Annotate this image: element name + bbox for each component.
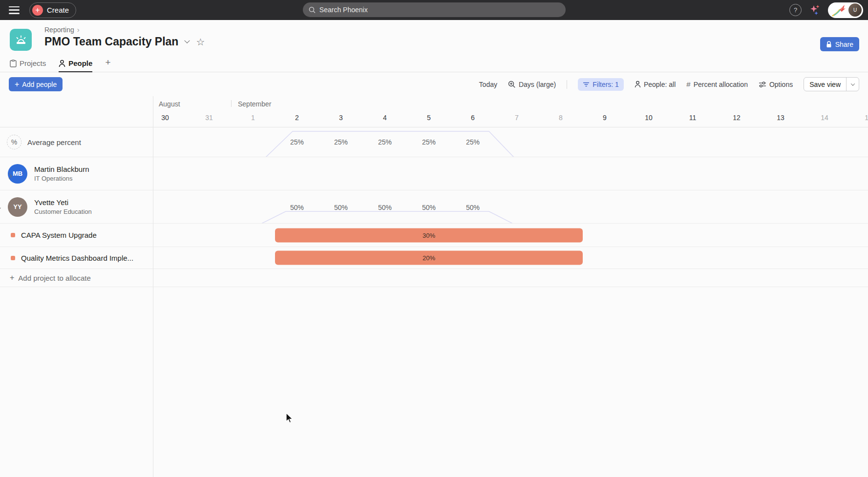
create-button[interactable]: Create <box>29 2 76 18</box>
day-header: 15 <box>865 114 868 122</box>
mouse-cursor <box>286 413 296 424</box>
sliders-icon <box>759 81 766 88</box>
day-header: 8 <box>559 114 563 122</box>
project-name: CAPA System Upgrade <box>21 231 97 239</box>
toolbar: Add people Today Days (large) Filters: 1… <box>0 72 868 96</box>
people-filter-button[interactable]: People: all <box>635 81 676 88</box>
person-timeline[interactable]: 50%50%50%50%50% <box>153 190 868 223</box>
favorite-star-icon[interactable] <box>196 36 205 48</box>
add-project-row: Add project to allocate <box>0 269 868 287</box>
capacity-timeline: 3031123456789101112131415AugustSeptember… <box>0 96 868 477</box>
percent-value: 25% <box>422 138 436 146</box>
tab-projects-label: Projects <box>20 59 46 67</box>
today-button[interactable]: Today <box>479 81 497 88</box>
day-header: 30 <box>161 114 169 122</box>
share-button-label: Share <box>835 41 853 48</box>
search-bar[interactable] <box>303 2 566 17</box>
plus-icon <box>10 273 14 282</box>
save-view-button[interactable]: Save view <box>804 78 846 91</box>
month-label: August <box>159 100 180 108</box>
help-icon[interactable] <box>789 4 802 16</box>
sparkles-ai-icon[interactable] <box>808 4 821 17</box>
page-title: PMO Team Capacity Plan <box>44 35 178 48</box>
day-header: 9 <box>603 114 607 122</box>
allocation-bar[interactable]: 30% <box>275 228 583 242</box>
average-percent-label: Average percent <box>27 138 81 146</box>
percent-value: 50% <box>334 204 348 211</box>
day-header: 14 <box>821 114 828 122</box>
breadcrumb-reporting[interactable]: Reporting <box>44 26 74 34</box>
day-header: 5 <box>427 114 431 122</box>
project-color-bullet-icon <box>11 256 15 260</box>
timeline-date-header[interactable]: 3031123456789101112131415AugustSeptember <box>0 96 868 127</box>
person-row[interactable]: MB Martin Blackburn IT Operations <box>0 157 868 190</box>
share-button[interactable]: Share <box>820 37 859 51</box>
allocation-shape <box>153 190 868 223</box>
allocation-button[interactable]: Percent allocation <box>686 80 748 88</box>
expand-chevron-icon[interactable] <box>0 205 1 210</box>
title-chevron-down-icon[interactable] <box>185 38 190 43</box>
percent-value: 25% <box>378 138 392 146</box>
project-left-cell: Quality Metrics Dashboard Imple... <box>0 247 153 269</box>
save-view-dropdown-button[interactable] <box>846 78 859 91</box>
add-tab-button[interactable] <box>105 57 110 72</box>
allocation-bar[interactable]: 20% <box>275 251 583 265</box>
person-row[interactable]: YY Yvette Yeti Customer Education 50%50%… <box>0 190 868 224</box>
hash-icon <box>686 80 690 88</box>
add-project-button[interactable]: Add project to allocate <box>10 273 91 282</box>
day-header: 1 <box>251 114 255 122</box>
plus-icon <box>32 5 43 16</box>
filter-icon <box>583 82 590 87</box>
options-button[interactable]: Options <box>759 81 793 88</box>
day-header: 7 <box>515 114 519 122</box>
day-header: 10 <box>645 114 653 122</box>
siren-icon <box>14 33 28 47</box>
project-timeline[interactable]: 20% <box>153 247 868 269</box>
toolbar-right: Today Days (large) Filters: 1 People: al… <box>479 77 859 91</box>
chevron-down-icon <box>850 82 854 85</box>
tab-people[interactable]: People <box>59 59 92 72</box>
project-allocation-row[interactable]: Quality Metrics Dashboard Imple... 20% <box>0 247 868 269</box>
day-header: 3 <box>339 114 343 122</box>
day-header: 2 <box>295 114 299 122</box>
top-bar: Create U <box>0 0 868 20</box>
person-department: IT Operations <box>34 175 89 182</box>
allocation-label: Percent allocation <box>694 81 748 88</box>
clipboard-icon <box>10 60 17 67</box>
phoenix-mascot-icon <box>832 4 847 17</box>
percent-circle-icon <box>7 135 21 149</box>
add-project-timeline <box>153 269 868 287</box>
user-account-pill[interactable]: U <box>828 2 863 18</box>
day-header: 4 <box>383 114 387 122</box>
project-color-bullet-icon <box>11 233 15 237</box>
people-filter-label: People: all <box>644 81 676 88</box>
topbar-right: U <box>789 0 863 20</box>
percent-value: 50% <box>422 204 436 211</box>
save-view-split-button: Save view <box>804 77 859 91</box>
person-name: Martin Blackburn <box>34 165 89 173</box>
person-avatar: YY <box>8 197 27 217</box>
person-timeline[interactable] <box>153 157 868 190</box>
person-department: Customer Education <box>34 208 92 215</box>
project-timeline[interactable]: 30% <box>153 224 868 247</box>
breadcrumb: Reporting <box>44 25 80 34</box>
month-label: September <box>238 100 271 108</box>
zoom-level-label: Days (large) <box>519 81 556 88</box>
percent-value: 50% <box>290 204 304 211</box>
search-icon <box>309 6 316 14</box>
zoom-level-button[interactable]: Days (large) <box>508 81 556 88</box>
tab-projects[interactable]: Projects <box>10 59 46 72</box>
add-project-left-cell: Add project to allocate <box>0 269 153 287</box>
hamburger-menu-icon[interactable] <box>9 6 20 14</box>
add-people-label: Add people <box>22 81 57 88</box>
percent-value: 50% <box>466 204 480 211</box>
percent-value: 25% <box>466 138 480 146</box>
filters-button[interactable]: Filters: 1 <box>578 78 624 91</box>
filters-label: Filters: 1 <box>593 81 619 88</box>
search-input[interactable] <box>319 6 560 14</box>
project-allocation-row[interactable]: CAPA System Upgrade 30% <box>0 224 868 247</box>
toolbar-divider <box>567 80 567 89</box>
add-project-label: Add project to allocate <box>18 274 90 282</box>
add-people-button[interactable]: Add people <box>9 77 63 91</box>
magnifier-plus-icon <box>508 81 516 88</box>
